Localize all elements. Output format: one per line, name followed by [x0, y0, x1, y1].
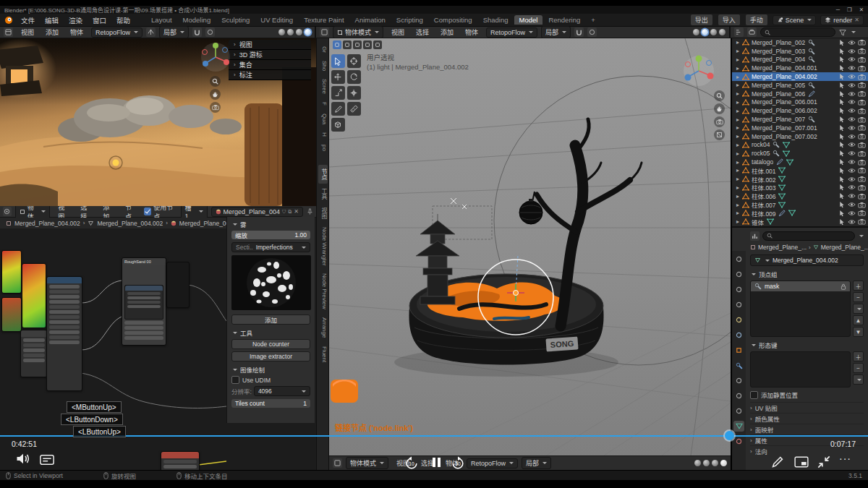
sidebar-tab-Qua[interactable]: Qua [318, 110, 328, 128]
move-tool[interactable] [331, 70, 345, 84]
selectable-icon[interactable] [838, 158, 846, 166]
workspace-tab-sculpting[interactable]: Sculpting [216, 15, 255, 25]
snap-magnet-icon[interactable] [192, 27, 202, 37]
node-editor-type-icon[interactable] [3, 207, 12, 216]
properties-tab-object-icon[interactable] [733, 345, 744, 356]
copy-icon[interactable]: ⧉ [288, 209, 292, 215]
section-dropdown[interactable]: Secti.. Imperfections [231, 242, 310, 252]
select-mode-icon-0[interactable] [333, 40, 341, 49]
visibility-eye-icon[interactable] [848, 158, 856, 166]
navigation-gizmo[interactable] [682, 54, 715, 87]
select-mode-icon-4[interactable] [373, 40, 382, 49]
pause-button[interactable] [433, 458, 441, 467]
selectable-icon[interactable] [838, 73, 846, 81]
visibility-eye-icon[interactable] [848, 90, 856, 98]
retopoflow-menu[interactable]: RetopoFlow [467, 458, 518, 468]
section-颜色属性[interactable]: ›颜色属性 [750, 413, 864, 424]
close-button[interactable]: ✕ [859, 7, 864, 13]
visibility-eye-icon[interactable] [848, 209, 856, 217]
render-visibility-icon[interactable] [858, 98, 866, 106]
section-面映射[interactable]: ›面映射 [750, 424, 864, 435]
render-visibility-icon[interactable] [858, 73, 866, 81]
rotate-tool[interactable] [347, 70, 361, 84]
video-progress-bar[interactable] [0, 435, 868, 437]
selectable-icon[interactable] [838, 64, 846, 72]
menu-视图[interactable]: 视图 [387, 27, 409, 38]
selectable-icon[interactable] [838, 124, 846, 132]
selectable-icon[interactable] [838, 90, 846, 98]
outliner-row-Merged_Plane_004.002[interactable]: ▸Merged_Plane_004.002 [732, 72, 868, 81]
selectable-icon[interactable] [838, 175, 846, 183]
render-visibility-icon[interactable] [858, 192, 866, 200]
outliner-row-Merged_Plane_004[interactable]: ▸Merged_Plane_004 [732, 56, 868, 64]
menu-添加[interactable]: 添加 [41, 27, 63, 38]
resolution-dropdown[interactable]: 4096 [254, 386, 310, 396]
outliner-display-icon[interactable] [734, 27, 744, 37]
context-menu-item-视图[interactable]: ›视图 [229, 40, 311, 50]
camera-view-icon[interactable] [210, 102, 221, 113]
outliner-row-Merged_Plane_007.001[interactable]: ▸Merged_Plane_007.001 [732, 124, 868, 132]
move-down-button[interactable]: ▼ [853, 327, 864, 337]
snap-magnet-icon[interactable] [574, 27, 584, 37]
volume-icon[interactable] [16, 453, 30, 465]
properties-tab-world-icon[interactable] [733, 330, 744, 341]
outliner-row-柱体.007[interactable]: ▸柱体.007 [732, 200, 868, 209]
workspace-tab-+[interactable]: + [586, 15, 600, 25]
transform-tool[interactable] [347, 86, 361, 100]
selectable-icon[interactable] [838, 150, 846, 158]
workspace-tab-model[interactable]: Model [514, 15, 543, 25]
zoom-icon[interactable] [210, 76, 221, 87]
visibility-eye-icon[interactable] [848, 38, 856, 46]
render-visibility-icon[interactable] [858, 132, 866, 140]
node-sidebar-tab-工具[interactable]: 工具 [318, 184, 328, 203]
skip-back-icon[interactable]: 10 [404, 456, 420, 471]
outliner-row-Merged_Plane_006[interactable]: ▸Merged_Plane_006 [732, 90, 868, 98]
context-menu-item-3D 游标[interactable]: ›3D 游标 [229, 50, 311, 60]
mesh-name-field[interactable]: Merged_Plane_004.002 [750, 254, 864, 266]
section-UV 贴图[interactable]: ›UV 贴图 [750, 402, 864, 413]
camera-view-icon[interactable] [714, 116, 725, 127]
chevron-down-icon[interactable] [859, 235, 864, 237]
outliner-row-柱体.001[interactable]: ▸柱体.001 [732, 166, 868, 175]
visibility-eye-icon[interactable] [848, 64, 856, 72]
use-udim-toggle[interactable]: Use UDIM [231, 376, 310, 384]
visibility-eye-icon[interactable] [848, 201, 856, 209]
visibility-eye-icon[interactable] [848, 81, 856, 89]
outliner-row-tatalogo[interactable]: ▸tatalogo [732, 158, 868, 166]
vertex-group-item[interactable]: mask [751, 281, 850, 291]
add-vertex-group-button[interactable]: ＋ [853, 281, 864, 291]
visibility-eye-icon[interactable] [848, 132, 856, 140]
maximize-button[interactable]: ❐ [847, 7, 852, 13]
select-mode-icon-3[interactable] [363, 40, 372, 49]
render-visibility-icon[interactable] [858, 209, 866, 217]
outliner-row-锥体[interactable]: ▸锥体 [732, 218, 868, 226]
render-visibility-icon[interactable] [858, 116, 866, 124]
pan-hand-icon[interactable] [210, 89, 221, 100]
node-sidebar-tab-Node Wrangler[interactable]: Node Wrangler [318, 223, 328, 270]
selectable-icon[interactable] [838, 47, 846, 55]
render-visibility-icon[interactable] [858, 124, 866, 132]
lock-icon[interactable] [839, 283, 847, 291]
navigation-gizmo[interactable] [200, 41, 231, 73]
retopoflow-menu[interactable]: RetopoFlow [486, 27, 537, 38]
outliner-row-Merged_Plane_002[interactable]: ▸Merged_Plane_002 [732, 38, 868, 47]
proportional-edit-icon[interactable] [587, 27, 597, 37]
selectable-icon[interactable] [838, 132, 846, 140]
remove-vertex-group-button[interactable]: − [853, 292, 864, 302]
mini-player-icon[interactable] [794, 456, 809, 468]
shading-mode-material[interactable] [710, 29, 717, 35]
shape-key-specials-button[interactable] [853, 374, 864, 385]
select-mode-icon-2[interactable] [353, 40, 362, 49]
render-visibility-icon[interactable] [858, 56, 866, 64]
tiles-count-field[interactable]: Tiles count1 [231, 399, 310, 408]
visibility-eye-icon[interactable] [848, 166, 856, 174]
cursor-tool[interactable] [347, 54, 361, 68]
subtitle-icon[interactable] [39, 454, 55, 466]
pivot-point-selector[interactable]: 局部 [541, 26, 571, 38]
material-field[interactable]: Merged_Plane_004 ⛉ ⧉ ✕ [211, 207, 304, 217]
selectable-icon[interactable] [838, 184, 846, 192]
mix-node[interactable] [46, 276, 82, 391]
select-mode-icon-1[interactable] [343, 40, 352, 49]
selectable-icon[interactable] [838, 192, 846, 200]
vertex-groups-header[interactable]: 顶点组 [750, 270, 864, 278]
